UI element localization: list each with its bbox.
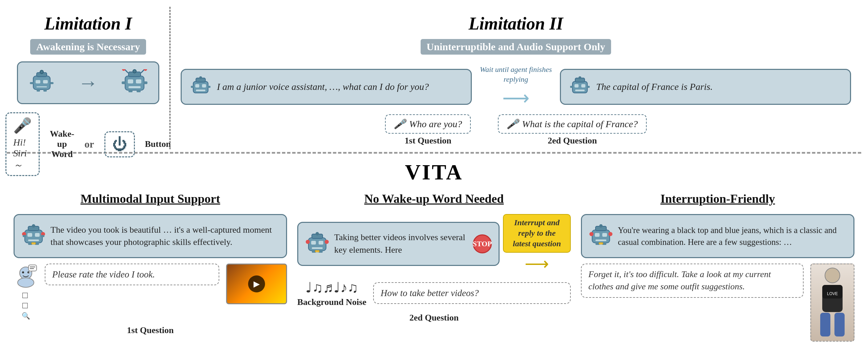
svg-rect-3: [36, 80, 40, 83]
lim2-q2-text: What is the capital of France?: [522, 119, 638, 130]
svg-rect-15: [128, 79, 133, 83]
lim2-title: Limitation II: [469, 14, 563, 34]
svg-rect-21: [137, 90, 141, 92]
checkbox-icon-1: ☐: [22, 291, 30, 300]
wakeup-word-box: 🎤 Hi! Siri～: [5, 112, 40, 176]
lim2-questions: 🎤 Who are you? 1st Question 🎤 What is th…: [181, 114, 851, 146]
svg-point-61: [316, 232, 319, 235]
lim1-subtitle: Awakening is Necessary: [30, 39, 146, 55]
svg-rect-16: [136, 79, 141, 83]
button-box: ⏻: [104, 131, 135, 157]
interrupt-arrow-icon: ⟶: [525, 254, 549, 274]
svg-rect-4: [43, 80, 48, 83]
vita-col1-question-box: Please rate the video I took.: [45, 264, 219, 285]
video-play-button[interactable]: ▶: [248, 275, 265, 292]
vita-col3-question-text: Forget it, it's too difficult. Take a lo…: [588, 269, 771, 291]
lim2-robot-speech: I am a junior voice assistant, …, what c…: [217, 80, 429, 93]
svg-rect-44: [35, 233, 40, 237]
vita-columns: Multimodal Input Support: [14, 192, 854, 347]
svg-rect-75: [595, 233, 600, 237]
svg-rect-17: [128, 86, 141, 88]
music-notes-icon: ♩♫♬♩♪♫: [305, 279, 358, 296]
vita-col3: Interruption-Friendly: [581, 192, 854, 347]
robot-transform-arrow: →: [55, 71, 121, 95]
svg-text:LOVE: LOVE: [827, 291, 838, 296]
wait-arrow-block: Wait until agent finishes replying ⟶: [479, 65, 553, 109]
svg-rect-29: [207, 86, 210, 88]
vita-col1-input-row: ☐ ☐ 🔍 Please rate the video I took. ▶: [14, 264, 287, 320]
svg-point-63: [325, 240, 329, 244]
interrupt-badge: Interrupt and reply to the latest questi…: [503, 214, 571, 253]
lim2-robot-icon: [190, 76, 211, 98]
svg-point-2: [40, 70, 43, 74]
vita-col1-video-thumb: ▶: [226, 264, 287, 304]
lim2-subtitle: Uninterruptible and Audio Support Only: [421, 39, 611, 55]
lim2-q1-label: 1st Question: [405, 136, 451, 146]
svg-rect-9: [43, 89, 47, 92]
svg-rect-45: [28, 239, 39, 241]
svg-rect-18: [122, 81, 126, 84]
background-noise-label: Background Noise: [297, 297, 366, 307]
vita-col3-title: Interruption-Friendly: [581, 192, 854, 206]
user-avatar-icon: [14, 264, 38, 288]
svg-rect-19: [143, 81, 147, 84]
background-noise-block: ♩♫♬♩♪♫ Background Noise: [297, 279, 366, 307]
svg-point-13: [122, 69, 125, 71]
lim2-q2-mic-icon: 🎤: [507, 118, 519, 130]
svg-rect-7: [49, 82, 54, 84]
limitation-2-panel: Limitation II Uninterruptible and Audio …: [169, 7, 861, 149]
svg-point-53: [22, 271, 24, 273]
vita-col2: No Wake-up Word Needed: [297, 192, 571, 347]
svg-point-40: [32, 224, 35, 228]
vita-col3-response-text: You're wearing a black top and blue jean…: [618, 224, 847, 248]
vita-col1-response-text: The video you took is beautiful … it's a…: [51, 224, 279, 249]
svg-rect-26: [202, 84, 206, 88]
svg-rect-36: [570, 86, 573, 88]
svg-point-74: [608, 232, 612, 236]
button-label: Button: [145, 139, 171, 149]
svg-rect-77: [596, 239, 606, 241]
wakeup-label: Wake-up Word: [50, 129, 74, 159]
svg-rect-6: [30, 82, 34, 84]
lim2-q2-block: 🎤 What is the capital of France? 2ed Que…: [498, 114, 646, 146]
vita-col3-response-box: You're wearing a black top and blue jean…: [581, 214, 854, 258]
svg-rect-43: [27, 233, 32, 237]
lim2-q1-text: Who are you?: [409, 119, 462, 130]
svg-rect-35: [575, 90, 585, 91]
wakeup-text: Hi! Siri～: [13, 137, 32, 172]
vita-col1: Multimodal Input Support: [14, 192, 287, 347]
robot-awake-icon: [121, 69, 148, 96]
lim2-robot-speaking-box: I am a junior voice assistant, …, what c…: [181, 69, 472, 105]
svg-rect-8: [37, 89, 40, 92]
vita-col1-question-text: Please rate the video I took.: [52, 269, 155, 279]
interrupt-block: Interrupt and reply to the latest questi…: [503, 214, 571, 274]
svg-point-81: [825, 268, 840, 283]
lim2-q1-box: 🎤 Who are you?: [385, 114, 471, 134]
svg-point-72: [599, 224, 603, 228]
svg-point-62: [306, 240, 310, 244]
vita-col1-robot-icon: [21, 224, 46, 248]
svg-rect-50: [32, 243, 36, 244]
svg-point-52: [18, 278, 34, 287]
svg-rect-34: [581, 84, 585, 88]
svg-rect-85: [820, 313, 830, 336]
vita-col2-robot-icon: [305, 232, 329, 256]
vita-col3-input-row: Forget it, it's too difficult. Take a lo…: [581, 264, 854, 342]
svg-rect-66: [312, 247, 323, 249]
or-separator: or: [84, 138, 94, 150]
checkbox-icon-2: ☐: [22, 302, 30, 310]
svg-rect-27: [196, 90, 205, 91]
limitation-1-panel: Limitation I Awakening is Necessary: [7, 7, 169, 149]
vita-col2-question-text: How to take better videos?: [381, 288, 479, 298]
svg-rect-20: [128, 90, 133, 92]
lim1-title: Limitation I: [44, 14, 132, 34]
svg-rect-46: [23, 235, 26, 237]
vita-col2-question-box: How to take better videos?: [373, 282, 571, 304]
svg-point-32: [579, 76, 581, 79]
svg-rect-28: [191, 86, 194, 88]
user-multimodal-icons: ☐ ☐ 🔍: [22, 291, 30, 320]
wait-text: Wait until agent finishes replying: [479, 65, 553, 84]
vita-col2-response-box: Taking better videos involves several ke…: [297, 222, 500, 266]
stop-icon[interactable]: STOP: [473, 234, 492, 253]
vita-col2-q-label: 2ed Question: [297, 313, 571, 323]
